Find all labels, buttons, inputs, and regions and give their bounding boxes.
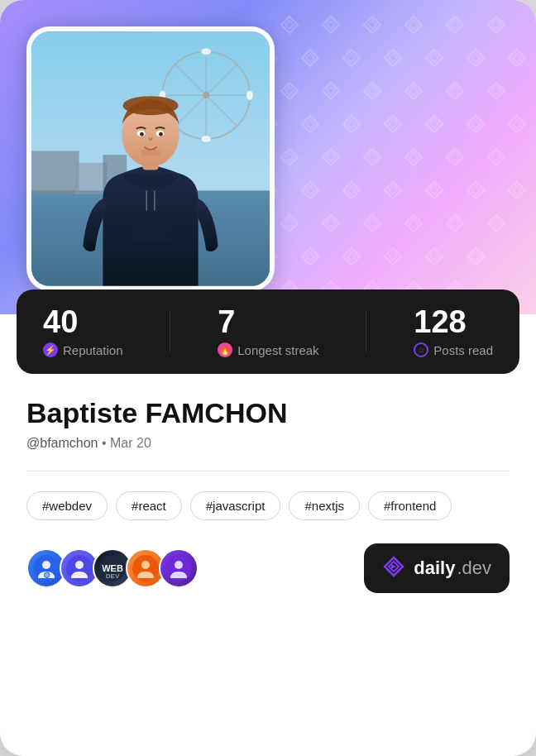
meta-separator: • — [102, 436, 110, 450]
svg-rect-19 — [131, 218, 170, 242]
posts-label: ○ Posts read — [414, 342, 493, 357]
streak-value: 7 — [218, 306, 235, 337]
svg-point-27 — [140, 132, 144, 136]
tag-nextjs[interactable]: #nextjs — [289, 491, 360, 520]
profile-name: Baptiste FAMCHON — [26, 397, 510, 429]
profile-joined: Mar 20 — [110, 436, 151, 450]
stat-streak: 7 🔥 Longest streak — [218, 306, 318, 357]
avatar-small-5 — [159, 548, 199, 588]
svg-point-34 — [75, 561, 84, 569]
svg-point-28 — [159, 132, 163, 136]
svg-text:DEV: DEV — [106, 572, 120, 580]
svg-point-24 — [122, 96, 178, 115]
posts-value: 128 — [414, 306, 466, 337]
reputation-icon: ⚡ — [43, 342, 58, 357]
posts-icon: ○ — [414, 342, 428, 357]
tag-react[interactable]: #react — [116, 491, 182, 520]
svg-point-11 — [201, 49, 211, 55]
profile-meta: @bfamchon • Mar 20 — [26, 436, 510, 451]
tags-container: #webdev #react #javascript #nextjs #fron… — [0, 491, 536, 520]
svg-rect-17 — [75, 163, 107, 194]
profile-divider — [26, 471, 510, 471]
daily-logo-text: daily .dev — [414, 557, 491, 579]
stats-bar: 40 ⚡ Reputation 7 🔥 Longest streak 128 ○… — [17, 289, 519, 374]
avatar — [26, 26, 275, 291]
reputation-label: ⚡ Reputation — [43, 342, 123, 357]
bottom-section: ⚙ WEB DEV — [0, 543, 536, 620]
svg-point-39 — [141, 561, 150, 569]
svg-point-13 — [201, 136, 211, 142]
svg-point-31 — [42, 561, 50, 569]
daily-dev-logo: daily .dev — [364, 543, 510, 593]
reputation-value: 40 — [43, 306, 78, 337]
brand-dev: .dev — [457, 557, 491, 579]
stat-divider-1 — [170, 311, 170, 352]
tag-frontend[interactable]: #frontend — [368, 491, 452, 520]
svg-point-12 — [246, 90, 253, 100]
svg-text:⚙: ⚙ — [43, 571, 50, 580]
brand-daily: daily — [414, 557, 455, 579]
stat-reputation: 40 ⚡ Reputation — [43, 306, 123, 357]
stat-divider-2 — [366, 311, 366, 352]
dailydev-icon — [382, 555, 405, 581]
profile-info: Baptiste FAMCHON @bfamchon • Mar 20 — [0, 374, 536, 471]
hero-banner — [0, 0, 536, 314]
profile-card: 40 ⚡ Reputation 7 🔥 Longest streak 128 ○… — [0, 0, 536, 756]
stat-posts: 128 ○ Posts read — [414, 306, 493, 357]
svg-rect-29 — [141, 149, 160, 156]
tag-javascript[interactable]: #javascript — [190, 491, 281, 520]
svg-point-41 — [175, 561, 183, 569]
streak-icon: 🔥 — [218, 342, 232, 357]
svg-rect-16 — [31, 151, 79, 194]
avatars-row: ⚙ WEB DEV — [26, 548, 192, 588]
tag-webdev[interactable]: #webdev — [26, 491, 108, 520]
profile-username: @bfamchon — [26, 436, 98, 450]
streak-label: 🔥 Longest streak — [218, 342, 318, 357]
